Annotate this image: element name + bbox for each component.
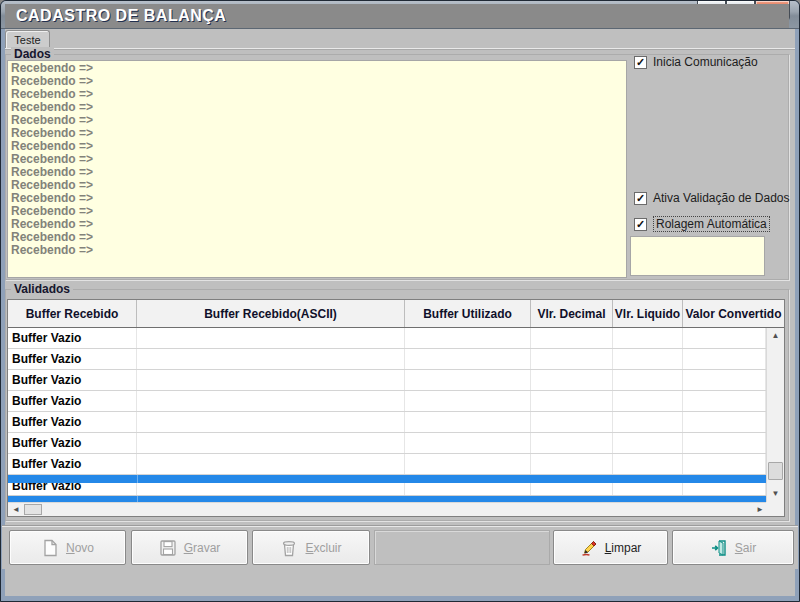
table-row[interactable]: Buffer Vazio (8, 391, 766, 412)
cell-valor-convertido (683, 412, 766, 432)
grid-header-row: Buffer Recebido Buffer Recebido(ASCII) B… (8, 300, 784, 328)
column-header-vlr-liquido[interactable]: Vlr. Liquido (613, 300, 683, 327)
cell-buffer-recebido-ascii (137, 433, 405, 453)
button-label: Limpar (605, 541, 642, 555)
table-row[interactable]: Buffer Vazio (8, 349, 766, 370)
checkbox-label: Ativa Validação de Dados (653, 191, 790, 205)
limpar-button[interactable]: Limpar (553, 530, 668, 565)
checkbox-label: Rolagem Automática (653, 216, 770, 232)
save-icon (159, 539, 177, 557)
checkbox-ativa-validacao[interactable]: ✓ Ativa Validação de Dados (634, 191, 790, 205)
scroll-left-icon[interactable]: ◄ (8, 503, 24, 516)
log-line: Recebendo => (11, 192, 623, 205)
checkbox-rolagem-automatica[interactable]: ✓ Rolagem Automática (634, 216, 770, 232)
cell-vlr-liquido (613, 483, 683, 496)
column-header-buffer-recebido[interactable]: Buffer Recebido (8, 300, 137, 327)
scroll-up-icon[interactable]: ▲ (767, 328, 784, 344)
cell-vlr-liquido (613, 412, 683, 432)
dados-log-memo[interactable]: Recebendo =>Recebendo =>Recebendo =>Rece… (7, 60, 627, 278)
cell-vlr-decimal (531, 391, 613, 411)
log-line: Recebendo => (11, 140, 623, 153)
cell-vlr-decimal (531, 328, 613, 348)
cell-buffer-utilizado (405, 391, 531, 411)
cell-buffer-recebido-ascii (137, 328, 405, 348)
column-header-vlr-decimal[interactable]: Vlr. Decimal (531, 300, 613, 327)
log-line: Recebendo => (11, 114, 623, 127)
cell-vlr-liquido (613, 391, 683, 411)
log-line: Recebendo => (11, 218, 623, 231)
sair-button[interactable]: Sair (672, 530, 794, 565)
selected-row-stripe[interactable] (8, 475, 766, 483)
log-line: Recebendo => (11, 127, 623, 140)
cell-vlr-liquido (613, 328, 683, 348)
cell-vlr-liquido (613, 433, 683, 453)
button-bar: Novo Gravar Excluir (2, 525, 798, 569)
cell-buffer-recebido-ascii (137, 349, 405, 369)
page-title: CADASTRO DE BALANÇA (5, 4, 789, 28)
cell-buffer-recebido: Buffer Vazio (8, 391, 137, 411)
cell-valor-convertido (683, 370, 766, 390)
spacer-panel (374, 530, 550, 565)
cell-buffer-utilizado (405, 349, 531, 369)
cell-buffer-recebido: Buffer Vazio (8, 483, 137, 496)
vertical-scrollbar[interactable]: ▲ ▼ (766, 328, 784, 502)
button-label: Sair (735, 541, 756, 555)
log-line: Recebendo => (11, 153, 623, 166)
log-line: Recebendo => (11, 166, 623, 179)
cell-buffer-recebido: Buffer Vazio (8, 412, 137, 432)
groupbox-dados-label: Dados (11, 47, 54, 61)
cell-buffer-utilizado (405, 454, 531, 474)
horizontal-scrollbar-thumb[interactable] (24, 504, 42, 515)
checkbox-label: Inicia Comunicação (653, 55, 758, 69)
new-document-icon (41, 539, 59, 557)
log-line: Recebendo => (11, 244, 623, 257)
checkbox-checked-icon: ✓ (634, 56, 647, 69)
novo-button[interactable]: Novo (9, 530, 126, 565)
horizontal-scrollbar[interactable]: ◄ ► (8, 502, 768, 516)
cell-valor-convertido (683, 433, 766, 453)
vertical-scrollbar-thumb[interactable] (768, 462, 783, 480)
checkbox-inicia-comunicacao[interactable]: ✓ Inicia Comunicação (634, 55, 758, 69)
cell-buffer-utilizado (405, 412, 531, 432)
cell-buffer-recebido: Buffer Vazio (8, 349, 137, 369)
button-label: Gravar (184, 541, 221, 555)
cell-vlr-liquido (613, 349, 683, 369)
log-line: Recebendo => (11, 179, 623, 192)
checkbox-checked-icon: ✓ (634, 192, 647, 205)
table-row[interactable]: Buffer Vazio (8, 454, 766, 475)
cell-vlr-decimal (531, 483, 613, 496)
table-row-clipped[interactable]: Buffer Vazio (8, 483, 766, 496)
column-header-buffer-recebido-ascii[interactable]: Buffer Recebido(ASCII) (137, 300, 405, 327)
cell-buffer-utilizado (405, 483, 531, 496)
button-label: Novo (66, 541, 94, 555)
checkbox-checked-icon: ✓ (634, 218, 647, 231)
gravar-button[interactable]: Gravar (131, 530, 248, 565)
log-line: Recebendo => (11, 231, 623, 244)
table-row[interactable]: Buffer Vazio (8, 433, 766, 454)
table-row[interactable]: Buffer Vazio (8, 370, 766, 391)
column-header-buffer-utilizado[interactable]: Buffer Utilizado (405, 300, 531, 327)
validados-grid: Buffer Recebido Buffer Recebido(ASCII) B… (7, 299, 785, 517)
groupbox-validados-label: Validados (11, 282, 73, 296)
table-row[interactable]: Buffer Vazio (8, 328, 766, 349)
cell-vlr-liquido (613, 454, 683, 474)
log-line: Recebendo => (11, 205, 623, 218)
log-line: Recebendo => (11, 88, 623, 101)
column-header-valor-convertido[interactable]: Valor Convertido (683, 300, 784, 327)
eraser-pencil-icon (580, 539, 598, 557)
table-row[interactable]: Buffer Vazio (8, 412, 766, 433)
cell-buffer-recebido-ascii (137, 412, 405, 432)
cell-buffer-utilizado (405, 370, 531, 390)
scroll-down-icon[interactable]: ▼ (767, 486, 784, 502)
log-line: Recebendo => (11, 101, 623, 114)
cell-vlr-decimal (531, 454, 613, 474)
output-value-box[interactable] (630, 236, 765, 276)
button-label: Excluir (305, 541, 341, 555)
cell-valor-convertido (683, 349, 766, 369)
cell-buffer-recebido: Buffer Vazio (8, 433, 137, 453)
scrollbar-corner (766, 502, 784, 516)
excluir-button[interactable]: Excluir (252, 530, 370, 565)
log-line: Recebendo => (11, 75, 623, 88)
cell-buffer-recebido-ascii (137, 391, 405, 411)
log-line: Recebendo => (11, 62, 623, 75)
